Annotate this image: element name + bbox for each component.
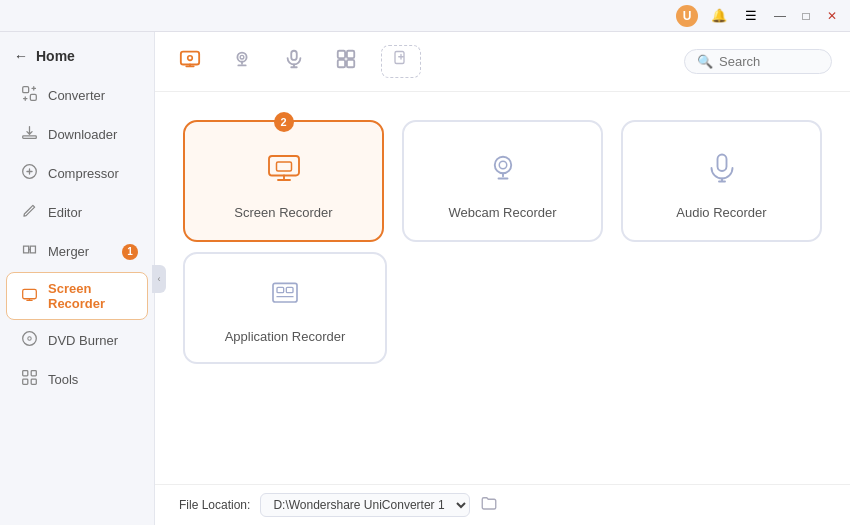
- screen-recorder-badge: 2: [274, 112, 294, 132]
- svg-rect-10: [31, 379, 36, 384]
- app-recorder-card[interactable]: Application Recorder: [183, 252, 387, 364]
- svg-rect-15: [291, 51, 297, 60]
- svg-rect-16: [338, 51, 345, 58]
- home-button[interactable]: ← Home: [0, 42, 154, 70]
- svg-point-23: [494, 157, 511, 174]
- audio-recorder-card[interactable]: Audio Recorder: [621, 120, 822, 242]
- app-body: ← Home Converter Downloader: [0, 32, 850, 525]
- app-recorder-row: Application Recorder: [155, 252, 850, 364]
- app-recorder-card-icon: [269, 278, 301, 317]
- svg-rect-8: [31, 371, 36, 376]
- screen-recorder-card-label: Screen Recorder: [234, 205, 332, 220]
- dvd-icon: [20, 330, 38, 351]
- sidebar-item-tools[interactable]: Tools: [6, 361, 148, 398]
- sidebar-item-converter[interactable]: Converter: [6, 77, 148, 114]
- toolbar-webcam-icon[interactable]: [225, 44, 259, 79]
- svg-point-12: [188, 56, 193, 61]
- bottom-bar: File Location: D:\Wondershare UniConvert…: [155, 484, 850, 525]
- new-file-button[interactable]: [381, 45, 421, 78]
- screen-recorder-card[interactable]: 2 Screen Recorder: [183, 120, 384, 242]
- tools-icon: [20, 369, 38, 390]
- dvd-burner-label: DVD Burner: [48, 333, 118, 348]
- svg-rect-0: [22, 87, 28, 93]
- sidebar-item-editor[interactable]: Editor: [6, 194, 148, 231]
- svg-rect-7: [22, 371, 27, 376]
- maximize-button[interactable]: □: [798, 8, 814, 24]
- sidebar-item-downloader[interactable]: Downloader: [6, 116, 148, 153]
- webcam-recorder-card[interactable]: Webcam Recorder: [402, 120, 603, 242]
- svg-point-5: [22, 332, 36, 346]
- svg-rect-19: [347, 60, 354, 67]
- recorder-grid: 2 Screen Recorder: [155, 92, 850, 252]
- search-icon: 🔍: [697, 54, 713, 69]
- file-location-label: File Location:: [179, 498, 250, 512]
- main-content: 🔍 2 Screen Recorder: [155, 32, 850, 525]
- merger-icon: [20, 241, 38, 262]
- titlebar-icons: U 🔔 ☰ — □ ✕: [676, 5, 840, 27]
- svg-point-14: [240, 55, 244, 59]
- sidebar-item-screen-recorder[interactable]: Screen Recorder: [6, 272, 148, 320]
- svg-rect-11: [181, 52, 199, 65]
- merger-badge: 1: [122, 244, 138, 260]
- bell-icon[interactable]: 🔔: [708, 5, 730, 27]
- sidebar-item-merger[interactable]: Merger 1: [6, 233, 148, 270]
- sidebar-collapse-handle[interactable]: ‹: [152, 265, 166, 293]
- svg-rect-20: [395, 52, 404, 64]
- compressor-label: Compressor: [48, 166, 119, 181]
- sidebar: ← Home Converter Downloader: [0, 32, 155, 525]
- back-icon: ←: [14, 48, 28, 64]
- svg-rect-28: [286, 287, 293, 292]
- svg-rect-17: [347, 51, 354, 58]
- menu-icon[interactable]: ☰: [740, 5, 762, 27]
- downloader-icon: [20, 124, 38, 145]
- search-input[interactable]: [719, 54, 819, 69]
- svg-rect-18: [338, 60, 345, 67]
- svg-rect-4: [23, 289, 37, 298]
- svg-rect-22: [276, 162, 291, 171]
- svg-rect-2: [22, 136, 36, 139]
- converter-label: Converter: [48, 88, 105, 103]
- screen-recorder-sidebar-icon: [21, 286, 38, 307]
- converter-icon: [20, 85, 38, 106]
- minimize-button[interactable]: —: [772, 8, 788, 24]
- svg-rect-21: [269, 156, 299, 176]
- compressor-icon: [20, 163, 38, 184]
- sidebar-item-dvd-burner[interactable]: DVD Burner: [6, 322, 148, 359]
- audio-recorder-card-label: Audio Recorder: [676, 205, 766, 220]
- svg-rect-25: [717, 155, 726, 172]
- svg-rect-27: [277, 287, 284, 292]
- home-label: Home: [36, 48, 75, 64]
- tools-label: Tools: [48, 372, 78, 387]
- toolbar-grid-icon[interactable]: [329, 44, 363, 79]
- svg-point-13: [237, 53, 246, 62]
- editor-icon: [20, 202, 38, 223]
- webcam-recorder-card-icon: [485, 150, 521, 193]
- svg-point-24: [499, 161, 507, 169]
- search-box: 🔍: [684, 49, 832, 74]
- file-location-select[interactable]: D:\Wondershare UniConverter 1: [260, 493, 470, 517]
- screen-recorder-card-icon: [266, 150, 302, 193]
- avatar-icon[interactable]: U: [676, 5, 698, 27]
- app-recorder-card-label: Application Recorder: [225, 329, 346, 344]
- toolbar-mic-icon[interactable]: [277, 44, 311, 79]
- svg-rect-1: [30, 94, 36, 100]
- editor-label: Editor: [48, 205, 82, 220]
- close-button[interactable]: ✕: [824, 8, 840, 24]
- audio-recorder-card-icon: [704, 150, 740, 193]
- toolbar-screen-icon[interactable]: [173, 44, 207, 79]
- titlebar: U 🔔 ☰ — □ ✕: [0, 0, 850, 32]
- screen-recorder-label: Screen Recorder: [48, 281, 133, 311]
- svg-point-6: [27, 337, 30, 340]
- folder-icon[interactable]: [480, 494, 498, 516]
- top-toolbar: 🔍: [155, 32, 850, 92]
- sidebar-item-compressor[interactable]: Compressor: [6, 155, 148, 192]
- webcam-recorder-card-label: Webcam Recorder: [448, 205, 556, 220]
- svg-rect-9: [22, 379, 27, 384]
- merger-label: Merger: [48, 244, 89, 259]
- downloader-label: Downloader: [48, 127, 117, 142]
